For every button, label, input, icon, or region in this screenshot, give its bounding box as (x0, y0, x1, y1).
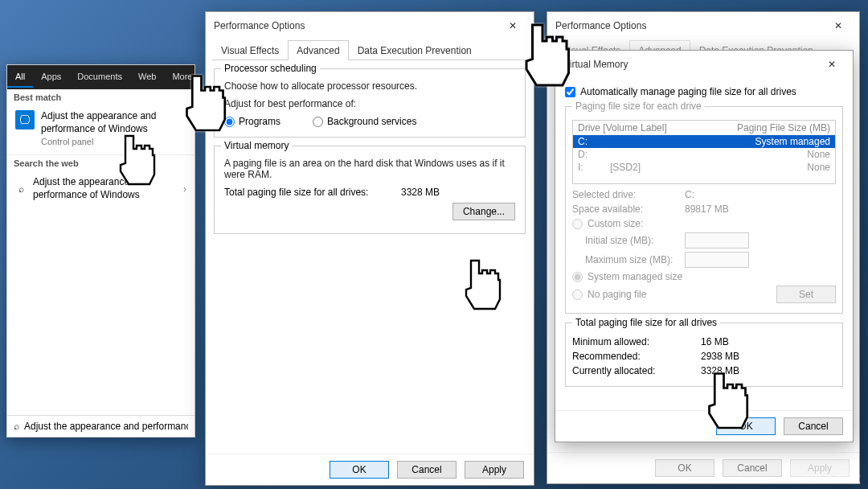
start-tabs: All Apps Documents Web More (7, 65, 194, 89)
auto-manage-checkbox[interactable]: Automatically manage paging file size fo… (565, 86, 843, 97)
radio-custom-size: Custom size: (572, 218, 836, 229)
performance-options-dialog: Performance Options ✕ Visual Effects Adv… (205, 11, 534, 486)
ok-button[interactable]: OK (330, 461, 389, 479)
search-box[interactable]: ⌕ (7, 415, 194, 437)
vm-total-label: Total paging file size for all drives: (224, 187, 401, 198)
close-button[interactable]: ✕ (500, 17, 526, 35)
selected-drive-value: C: (685, 189, 694, 200)
drive-row[interactable]: I:[SSD2]None (573, 161, 835, 174)
apply-button[interactable]: Apply (465, 461, 524, 479)
min-label: Minimum allowed: (572, 336, 701, 347)
virtual-memory-dialog: Virtual Memory ✕ Automatically manage pa… (555, 50, 854, 442)
radio-no-paging: No paging file (572, 289, 776, 300)
space-available-value: 89817 MB (685, 203, 729, 215)
drive-row[interactable]: D:None (573, 148, 835, 161)
tab-web[interactable]: Web (130, 67, 164, 88)
drive-list[interactable]: Drive [Volume Label]Paging File Size (MB… (572, 120, 836, 184)
processor-scheduling-group: Processor scheduling Choose how to alloc… (214, 68, 526, 138)
chevron-right-icon: › (183, 183, 186, 195)
bestmatch-result[interactable]: 🖵 Adjust the appearance and performance … (7, 105, 194, 151)
dialog-title: Performance Options (214, 20, 500, 31)
max-size-label: Maximum size (MB): (572, 254, 685, 265)
cur-value: 3328 MB (701, 365, 739, 376)
space-available-label: Space available: (572, 203, 685, 215)
watermark: UG⟲TFIX (805, 473, 862, 486)
dialog-title: Performance Options (555, 20, 825, 31)
set-button: Set (776, 286, 836, 303)
ok-button[interactable]: OK (716, 417, 776, 435)
group-legend: Virtual memory (221, 140, 292, 151)
drive-row[interactable]: C:System managed (573, 135, 835, 148)
search-icon: ⌕ (14, 421, 19, 432)
start-search-panel: All Apps Documents Web More Best match 🖵… (6, 64, 195, 438)
radio-system-managed: System managed size (572, 271, 836, 282)
tabstrip: Visual Effects Advanced Data Execution P… (212, 39, 527, 60)
close-button[interactable]: ✕ (825, 17, 851, 35)
tab-apps[interactable]: Apps (33, 67, 69, 88)
bestmatch-sub: Control panel (41, 137, 186, 146)
monitor-icon: 🖵 (15, 110, 35, 129)
tab-visual-effects[interactable]: Visual Effects (212, 40, 288, 60)
group-legend: Processor scheduling (221, 63, 320, 74)
min-value: 16 MB (701, 336, 729, 347)
section-web: Search the web (7, 154, 194, 171)
proc-subdesc: Adjust for best performance of: (224, 98, 515, 109)
web-result[interactable]: ⌕ Adjust the appearance and performance … (7, 171, 194, 206)
totals-group: Total paging file size for all drives Mi… (565, 317, 843, 387)
tab-dep[interactable]: Data Execution Prevention (349, 40, 481, 60)
paging-per-drive-group: Paging file size for each drive Drive [V… (565, 101, 843, 314)
selected-drive-label: Selected drive: (572, 189, 685, 200)
change-button[interactable]: Change... (452, 203, 515, 220)
tab-documents[interactable]: Documents (69, 67, 130, 88)
tab-all[interactable]: All (7, 67, 33, 88)
virtual-memory-group: Virtual memory A paging file is an area … (214, 146, 526, 234)
vm-desc: A paging file is an area on the hard dis… (224, 158, 515, 180)
rec-value: 2938 MB (701, 351, 739, 362)
tab-advanced[interactable]: Advanced (288, 40, 348, 60)
cancel-button[interactable]: Cancel (723, 459, 782, 477)
max-size-input (685, 252, 749, 268)
section-bestmatch: Best match (7, 89, 194, 105)
cancel-button[interactable]: Cancel (397, 461, 457, 479)
web-result-text: Adjust the appearance and performance of… (33, 176, 177, 201)
ok-button[interactable]: OK (655, 459, 714, 477)
search-input[interactable] (24, 421, 188, 432)
group-legend: Total paging file size for all drives (572, 317, 720, 328)
radio-programs[interactable]: Programs (224, 116, 280, 127)
tab-more[interactable]: More (164, 67, 200, 88)
close-button[interactable]: ✕ (819, 55, 845, 73)
dialog-title: Virtual Memory (563, 59, 819, 70)
dialog-footer: OK Cancel Apply (206, 454, 534, 485)
radio-background[interactable]: Background services (313, 116, 416, 127)
search-icon: ⌕ (15, 183, 27, 195)
bestmatch-title: Adjust the appearance and performance of… (41, 110, 186, 135)
dialog-footer: OK Cancel (555, 410, 853, 442)
vm-total-value: 3328 MB (401, 187, 440, 198)
rec-label: Recommended: (572, 351, 701, 362)
proc-desc: Choose how to allocate processor resourc… (224, 80, 515, 92)
group-legend: Paging file size for each drive (572, 101, 705, 112)
initial-size-input (685, 232, 749, 249)
cur-label: Currently allocated: (572, 365, 701, 376)
initial-size-label: Initial size (MB): (572, 235, 685, 246)
cancel-button[interactable]: Cancel (784, 417, 843, 435)
